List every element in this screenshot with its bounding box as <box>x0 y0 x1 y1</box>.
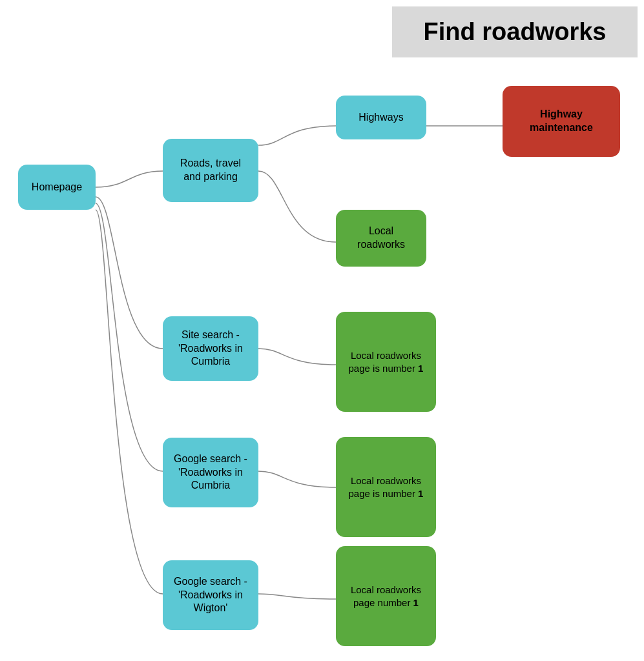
node-local-roadworks: Local roadworks <box>336 210 426 267</box>
page-title: Find roadworks <box>424 18 607 45</box>
node-google-cumbria: Google search - 'Roadworks in Cumbria <box>163 438 258 507</box>
node-local-rw-1: Local roadworks page is number 1 <box>336 312 436 412</box>
node-roads-travel: Roads, travel and parking <box>163 139 258 202</box>
node-local-rw-2: Local roadworks page is number 1 <box>336 437 436 537</box>
page-container: Find roadworks Homepage Roads, travel an… <box>0 0 644 661</box>
node-homepage: Homepage <box>18 165 96 210</box>
node-highways: Highways <box>336 96 426 139</box>
node-google-wigton: Google search - 'Roadworks in Wigton' <box>163 560 258 630</box>
node-highway-maintenance: Highway maintenance <box>503 86 620 157</box>
node-local-rw-3: Local roadworks page number 1 <box>336 546 436 646</box>
title-area: Find roadworks <box>392 6 638 57</box>
node-site-search: Site search - 'Roadworks in Cumbria <box>163 316 258 381</box>
